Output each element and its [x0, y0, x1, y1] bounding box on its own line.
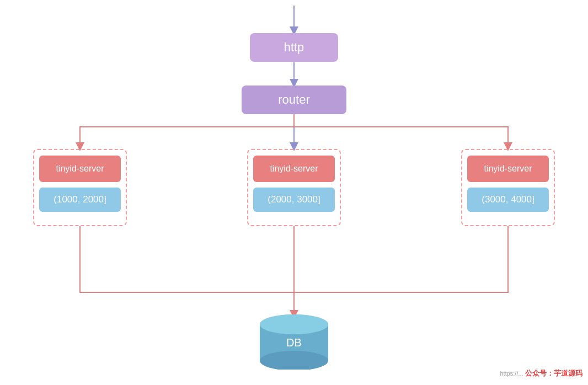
watermark: https://... 公众号：芋道源码 [500, 368, 582, 378]
router-label: router [278, 93, 309, 107]
db-svg: DB [257, 314, 331, 370]
range-box-left: (1000, 2000] [39, 188, 121, 212]
server1-label: tinyid-server [56, 164, 104, 174]
watermark-suffix: 公众号：芋道源码 [525, 369, 582, 377]
server-box-right: tinyid-server [467, 156, 549, 182]
db-label: DB [286, 336, 302, 349]
server-box-center: tinyid-server [253, 156, 335, 182]
range2-label: (2000, 3000] [268, 194, 320, 205]
server-group-center: tinyid-server (2000, 3000] [247, 149, 341, 226]
router-box: router [242, 85, 346, 114]
svg-point-8 [260, 314, 328, 334]
watermark-prefix: https://... [500, 370, 523, 377]
range3-label: (3000, 4000] [482, 194, 534, 205]
db-container: DB [257, 314, 331, 364]
server3-label: tinyid-server [484, 164, 532, 174]
server2-label: tinyid-server [270, 164, 318, 174]
http-box: http [250, 33, 338, 62]
http-label: http [284, 40, 304, 55]
server-group-right: tinyid-server (3000, 4000] [461, 149, 555, 226]
range-box-center: (2000, 3000] [253, 188, 335, 212]
diagram: http router tinyid-server (1000, 2000] t… [0, 0, 588, 385]
server-group-left: tinyid-server (1000, 2000] [33, 149, 127, 226]
range-box-right: (3000, 4000] [467, 188, 549, 212]
server-box-left: tinyid-server [39, 156, 121, 182]
range1-label: (1000, 2000] [54, 194, 106, 205]
